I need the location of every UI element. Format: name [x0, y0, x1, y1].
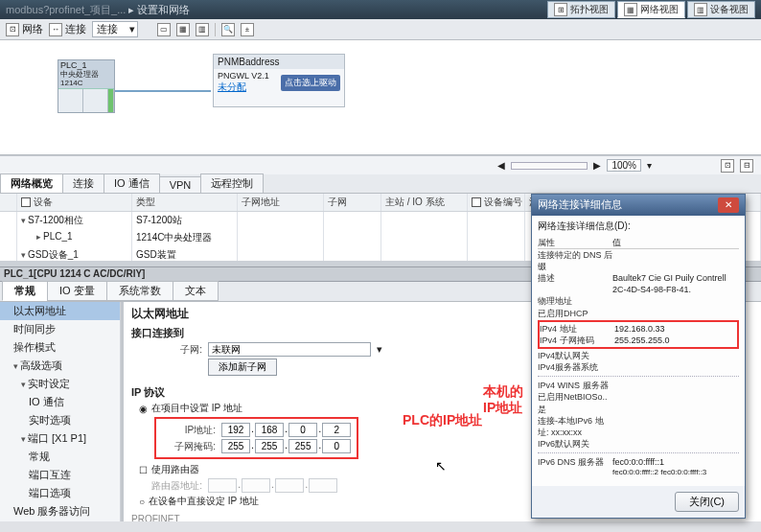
conn-dropdown[interactable]: 连接▾ — [92, 21, 138, 37]
device-icon: ▥ — [694, 3, 707, 16]
main-toolbar: ⊡网络 ↔连接 连接▾ ▭ ▦ ▥ 🔍 ± — [0, 19, 761, 40]
net-icon: ⊡ — [6, 23, 19, 36]
nav-port-opt[interactable]: 端口选项 — [0, 484, 120, 502]
window-titlebar: modbus?profinet_项目_... ▸ 设置和网络 ⊞拓扑视图 ▦网络… — [0, 0, 761, 19]
nav-rt-opt[interactable]: 实时选项 — [0, 411, 120, 429]
view-tab-device[interactable]: ▥设备视图 — [687, 1, 755, 18]
proptab-general[interactable]: 常规 — [2, 281, 48, 301]
tool-icon-1[interactable]: ▭ — [157, 23, 171, 36]
radio-icon: ◉ — [139, 404, 148, 414]
nav-webserver[interactable]: Web 服务器访问 — [0, 502, 120, 520]
tool-icon-5[interactable]: ± — [241, 23, 254, 36]
io-device-sub: PNGWL V2.1 — [218, 71, 269, 81]
nav-port[interactable]: 端口 [X1 P1] — [0, 429, 120, 448]
view-tab-topology[interactable]: ⊞拓扑视图 — [547, 1, 615, 18]
ip-label: IP地址: — [162, 424, 216, 437]
topology-icon: ⊞ — [554, 3, 567, 16]
annotation-host-ip: 本机的IP地址 — [483, 383, 523, 416]
device-col-icon — [21, 197, 31, 207]
plc-sub: 中央处理器1214C — [60, 71, 112, 88]
tab-vpn[interactable]: VPN — [159, 176, 202, 193]
nav-iocomm[interactable]: IO 通信 — [0, 393, 120, 411]
router-label: 路由器地址: — [149, 479, 202, 493]
nav-realtime[interactable]: 实时设定 — [0, 375, 120, 393]
ip-fields-highlight: IP地址: ... 子网掩码: ... — [154, 417, 358, 459]
assign-link[interactable]: 未分配 — [218, 81, 246, 92]
io-device-badge[interactable]: 点击选上驱动 — [281, 75, 340, 91]
zoom-dropdown-icon[interactable]: ▾ — [647, 160, 652, 171]
dialog-subtitle: 网络连接详细信息(D): — [538, 220, 739, 233]
io-device-group[interactable]: PNMBaddress PNGWL V2.1 未分配 点击选上驱动 — [213, 54, 345, 107]
nav-eth-addr[interactable]: 以太网地址 — [0, 302, 120, 320]
network-link-line — [115, 90, 211, 92]
nav-port-general[interactable]: 常规 — [0, 448, 120, 466]
nav-advanced[interactable]: 高级选项 — [0, 357, 120, 375]
tool-icon-2[interactable]: ▦ — [176, 23, 190, 36]
mask-input[interactable]: ... — [221, 439, 351, 453]
proptab-iotags[interactable]: IO 变量 — [47, 281, 107, 301]
checkbox-icon: ☐ — [139, 465, 148, 475]
plc-device-box[interactable]: PLC_1中央处理器1214C — [58, 59, 115, 113]
nav-port-interconn[interactable]: 端口互连 — [0, 466, 120, 484]
canvas-tool-1[interactable]: ⊡ — [721, 159, 734, 173]
tab-connections[interactable]: 连接 — [62, 173, 104, 193]
network-icon: ▦ — [624, 3, 637, 16]
zoom-slider[interactable] — [511, 162, 588, 170]
conn-icon: ↔ — [49, 23, 62, 36]
window-title: modbus?profinet_项目_... ▸ 设置和网络 — [6, 3, 190, 17]
subnet-label: 子网: — [149, 343, 202, 357]
devno-col-icon — [472, 197, 481, 207]
mask-label: 子网掩码: — [162, 440, 216, 453]
proptab-sysconst[interactable]: 系统常数 — [106, 281, 173, 301]
ip-input[interactable]: ... — [221, 423, 351, 437]
proptab-text[interactable]: 文本 — [173, 281, 219, 301]
property-sidenav: 以太网地址 时间同步 操作模式 高级选项 实时设定 IO 通信 实时选项 端口 … — [0, 302, 121, 521]
conn-button[interactable]: ↔连接 — [49, 22, 86, 36]
subnet-select[interactable] — [208, 342, 371, 357]
net-button[interactable]: ⊡网络 — [6, 22, 43, 36]
network-details-dialog: 网络连接详细信息 ✕ 网络连接详细信息(D): 属性值 连接特定的 DNS 后缀… — [531, 194, 746, 519]
tool-icon-4[interactable]: 🔍 — [221, 23, 235, 36]
chevron-down-icon: ▾ — [129, 23, 135, 35]
tab-remote[interactable]: 远程控制 — [200, 173, 264, 193]
zoom-value[interactable]: 100% — [607, 159, 641, 172]
nav-op-mode[interactable]: 操作模式 — [0, 338, 120, 357]
view-tab-network[interactable]: ▦网络视图 — [617, 1, 685, 18]
network-overview-tabs: 网络概览 连接 IO 通信 VPN 远程控制 — [0, 174, 761, 194]
tool-icon-3[interactable]: ▥ — [196, 23, 209, 36]
dialog-title: 网络连接详细信息 — [538, 197, 622, 212]
tab-net-overview[interactable]: 网络概览 — [0, 173, 63, 193]
chevron-down-icon[interactable]: ▾ — [377, 343, 382, 356]
zoom-bar: ◀ ▶ 100% ▾ ⊡ ⊟ — [0, 155, 761, 174]
dialog-close-button[interactable]: ✕ — [718, 197, 739, 213]
io-device-title: PNMBaddress — [214, 55, 344, 69]
annotation-plc-ip: PLC的IP地址 — [403, 412, 482, 429]
host-ip-highlight: IPv4 地址192.168.0.33 IPv4 子网掩码255.255.255… — [538, 320, 739, 349]
add-subnet-button[interactable]: 添加新子网 — [208, 359, 277, 376]
tab-io-comm[interactable]: IO 通信 — [104, 173, 160, 193]
scroll-left-icon[interactable]: ◀ — [497, 160, 505, 171]
nav-di14[interactable]: DI 14/DQ 10 — [0, 520, 120, 521]
canvas-tool-2[interactable]: ⊟ — [740, 159, 753, 173]
network-canvas[interactable]: PLC_1中央处理器1214C PNMBaddress PNGWL V2.1 未… — [0, 40, 761, 155]
scroll-right-icon[interactable]: ▶ — [593, 160, 601, 171]
nav-time-sync[interactable]: 时间同步 — [0, 320, 120, 338]
radio-icon: ○ — [139, 497, 145, 507]
dialog-close-btn[interactable]: 关闭(C) — [675, 492, 739, 512]
